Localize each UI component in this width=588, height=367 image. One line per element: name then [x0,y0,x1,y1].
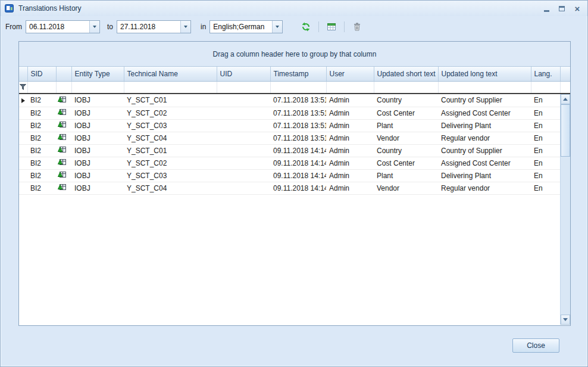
cell-technical-name[interactable]: Y_SCT_C01 [124,144,217,157]
cell-updated-long-text[interactable]: Delivering Plant [438,169,531,182]
row-indicator-cell[interactable] [19,119,27,132]
cell-entity-icon[interactable] [56,182,71,194]
cell-user[interactable]: Admin [326,107,374,119]
cell-technical-name[interactable]: Y_SCT_C01 [124,94,217,107]
from-date-editor[interactable] [26,20,100,33]
cell-updated-long-text[interactable]: Assigned Cost Center [438,107,531,119]
cell-lang[interactable]: En [531,182,560,194]
to-date-dropdown-button[interactable] [180,21,190,33]
cell-lang[interactable]: En [531,169,560,182]
cell-entity-type[interactable]: IOBJ [71,94,124,107]
cell-timestamp[interactable]: 09.11.2018 14:14 [270,182,326,194]
cell-entity-type[interactable]: IOBJ [71,119,124,132]
filter-cell-sid[interactable] [27,81,56,94]
filter-cell-timestamp[interactable] [270,81,326,94]
cell-uid[interactable] [217,94,270,107]
cell-updated-short-text[interactable]: Plant [374,119,438,132]
filter-cell-uid[interactable] [217,81,270,94]
cell-entity-type[interactable]: IOBJ [71,132,124,144]
close-window-button[interactable]: × [571,3,583,14]
grid-row[interactable]: BI2IOBJY_SCT_C0109.11.2018 14:14AdminCou… [19,144,560,157]
cell-sid[interactable]: BI2 [27,107,56,119]
column-header-entity-type[interactable]: Entity Type [71,67,124,81]
cell-entity-icon[interactable] [56,132,71,144]
cell-user[interactable]: Admin [326,119,374,132]
cell-entity-type[interactable]: IOBJ [71,169,124,182]
row-indicator-cell[interactable] [19,132,27,144]
cell-user[interactable]: Admin [326,182,374,194]
column-header-technical-name[interactable]: Technical Name [124,67,217,81]
filter-cell-technical-name[interactable] [124,81,217,94]
cell-entity-type[interactable]: IOBJ [71,144,124,157]
titlebar[interactable]: Translations History × [1,1,587,16]
cell-uid[interactable] [217,107,270,119]
from-date-input[interactable] [26,21,89,33]
cell-user[interactable]: Admin [326,169,374,182]
cell-entity-type[interactable]: IOBJ [71,157,124,169]
grid-row[interactable]: BI2IOBJY_SCT_C0409.11.2018 14:14AdminVen… [19,182,560,194]
cell-uid[interactable] [217,169,270,182]
row-indicator-cell[interactable] [19,144,27,157]
cell-technical-name[interactable]: Y_SCT_C03 [124,169,217,182]
cell-technical-name[interactable]: Y_SCT_C02 [124,157,217,169]
column-header-lang[interactable]: Lang. [531,67,560,81]
cell-updated-long-text[interactable]: Regular vendor [438,182,531,194]
row-indicator-cell[interactable] [19,94,27,107]
to-date-input[interactable] [117,21,180,33]
delete-button[interactable] [349,20,365,34]
cell-timestamp[interactable]: 07.11.2018 13:51 [270,132,326,144]
language-dropdown-button[interactable] [272,21,282,33]
language-combo[interactable] [209,20,283,33]
cell-lang[interactable]: En [531,157,560,169]
row-indicator-cell[interactable] [19,182,27,194]
column-header-uid[interactable]: UID [217,67,270,81]
minimize-button[interactable] [540,3,552,14]
cell-updated-short-text[interactable]: Cost Center [374,107,438,119]
cell-lang[interactable]: En [531,107,560,119]
filter-cell-entity-type[interactable] [71,81,124,94]
refresh-button[interactable] [298,20,314,34]
cell-uid[interactable] [217,132,270,144]
from-date-dropdown-button[interactable] [89,21,99,33]
cell-uid[interactable] [217,182,270,194]
cell-sid[interactable]: BI2 [27,119,56,132]
cell-timestamp[interactable]: 09.11.2018 14:14 [270,157,326,169]
grid-row[interactable]: BI2IOBJY_SCT_C0107.11.2018 13:51AdminCou… [19,94,560,107]
cell-updated-short-text[interactable]: Country [374,94,438,107]
cell-lang[interactable]: En [531,94,560,107]
scroll-down-button[interactable] [561,315,570,325]
cell-uid[interactable] [217,119,270,132]
filter-cell-updated-short-text[interactable] [374,81,438,94]
column-header-user[interactable]: User [326,67,374,81]
close-dialog-button[interactable]: Close [512,338,559,353]
cell-updated-short-text[interactable]: Cost Center [374,157,438,169]
export-excel-button[interactable] [324,20,339,34]
column-header-updated-short-text[interactable]: Updated short text [374,67,438,81]
cell-entity-icon[interactable] [56,94,71,107]
filter-cell-user[interactable] [326,81,374,94]
cell-sid[interactable]: BI2 [27,169,56,182]
grid-row[interactable]: BI2IOBJY_SCT_C0207.11.2018 13:51AdminCos… [19,107,560,119]
cell-technical-name[interactable]: Y_SCT_C03 [124,119,217,132]
cell-entity-icon[interactable] [56,119,71,132]
filter-cell-updated-long-text[interactable] [438,81,531,94]
maximize-button[interactable] [556,3,568,14]
grid-row[interactable]: BI2IOBJY_SCT_C0407.11.2018 13:51AdminVen… [19,132,560,144]
row-indicator-cell[interactable] [19,107,27,119]
cell-lang[interactable]: En [531,119,560,132]
grid-row[interactable]: BI2IOBJY_SCT_C0209.11.2018 14:14AdminCos… [19,157,560,169]
cell-timestamp[interactable]: 09.11.2018 14:14 [270,169,326,182]
language-input[interactable] [210,21,272,33]
cell-user[interactable]: Admin [326,94,374,107]
cell-timestamp[interactable]: 09.11.2018 14:14 [270,144,326,157]
cell-user[interactable]: Admin [326,132,374,144]
column-header-sid[interactable]: SID [27,67,56,81]
column-header-entity-icon[interactable] [56,67,71,81]
cell-timestamp[interactable]: 07.11.2018 13:51 [270,119,326,132]
cell-entity-type[interactable]: IOBJ [71,182,124,194]
cell-updated-long-text[interactable]: Assigned Cost Center [438,157,531,169]
grid-row[interactable]: BI2IOBJY_SCT_C0307.11.2018 13:51AdminPla… [19,119,560,132]
cell-updated-long-text[interactable]: Country of Supplier [438,144,531,157]
cell-uid[interactable] [217,157,270,169]
cell-updated-short-text[interactable]: Plant [374,169,438,182]
